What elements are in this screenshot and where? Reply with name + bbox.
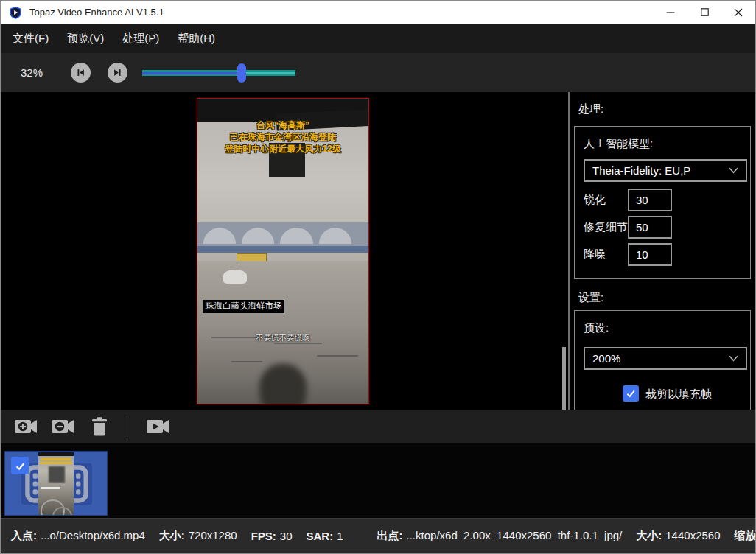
crop-to-fill-checkbox[interactable]	[623, 385, 639, 402]
timeline-slider[interactable]	[142, 53, 295, 92]
close-button[interactable]	[721, 1, 755, 24]
status-out-point: 出点:...ktop/x6d_2.00x_1440x2560_thf-1.0.1…	[377, 529, 623, 543]
preset-label: 预设:	[584, 321, 609, 335]
video-bridge	[197, 222, 368, 248]
menu-file[interactable]: 文件(F)	[11, 29, 50, 48]
clip-toolbar	[1, 410, 755, 443]
delete-video-button[interactable]	[88, 416, 111, 438]
preview-workspace: 台风“海高斯” 已在珠海市金湾区沿海登陆 登陆时中心附近最大风力12级 珠海白藤…	[1, 92, 755, 410]
menu-help[interactable]: 帮助(H)	[176, 29, 217, 48]
close-icon	[734, 8, 743, 17]
menu-preview[interactable]: 预览(V)	[66, 29, 105, 48]
process-video-icon	[145, 416, 170, 437]
menu-process[interactable]: 处理(P)	[121, 29, 161, 48]
check-icon	[625, 388, 637, 399]
settings-panel: 处理: 人工智能模型: Theia-Fidelity: EU,P 锐化 修复细节…	[570, 92, 756, 410]
preset-value: 200%	[592, 352, 620, 365]
restore-detail-label: 修复细节	[584, 220, 628, 234]
thumbnail-checkbox[interactable]	[11, 457, 29, 474]
ai-model-dropdown[interactable]: Theia-Fidelity: EU,P	[584, 159, 747, 182]
add-video-button[interactable]	[13, 416, 39, 438]
chevron-down-icon	[729, 355, 738, 362]
video-overlay-title: 台风“海高斯” 已在珠海市金湾区沿海登陆 登陆时中心附近最大风力12级	[197, 119, 368, 155]
maximize-button[interactable]	[687, 1, 721, 24]
video-subtitle: 不要慌不要慌啊	[197, 333, 368, 343]
video-location-label: 珠海白藤头海鲜市场	[203, 300, 285, 313]
status-out-size: 大小:1440x2560	[636, 529, 720, 543]
status-sar: SAR:1	[307, 530, 343, 542]
timeline-remaining	[242, 72, 295, 74]
ai-model-label: 人工智能模型:	[584, 137, 653, 151]
settings-heading: 设置:	[578, 291, 603, 305]
timeline-handle[interactable]	[237, 63, 246, 83]
status-in-point: 入点:...o/Desktop/x6d.mp4	[11, 529, 145, 543]
window-title: Topaz Video Enhance AI V1.5.1	[29, 7, 164, 18]
menu-bar: 文件(F) 预览(V) 处理(P) 帮助(H)	[1, 24, 755, 53]
minimize-icon	[666, 8, 675, 17]
app-logo-icon	[9, 6, 22, 19]
remove-video-button[interactable]	[49, 416, 76, 438]
playback-toolbar: 32% / 357 [ : ]	[1, 53, 755, 92]
chevron-down-icon	[729, 167, 738, 174]
status-scale: 缩放:200%	[735, 529, 756, 543]
ai-model-value: Theia-Fidelity: EU,P	[592, 164, 690, 177]
maximize-icon	[701, 8, 709, 16]
thumbnail-strip	[1, 443, 755, 518]
zoom-level-label: 32%	[21, 53, 43, 92]
crop-to-fill-label: 裁剪以填充帧	[645, 388, 712, 402]
ai-model-group: 人工智能模型: Theia-Fidelity: EU,P 锐化 修复细节 降噪	[574, 126, 751, 279]
skip-to-start-button[interactable]	[71, 63, 91, 83]
thumbnail-frame	[38, 452, 74, 516]
add-video-icon	[13, 416, 38, 437]
status-bar: 入点:...o/Desktop/x6d.mp4 大小:720x1280 FPS:…	[1, 518, 755, 553]
preset-dropdown[interactable]: 200%	[584, 347, 747, 370]
skip-to-end-button[interactable]	[108, 63, 127, 83]
sharpen-label: 锐化	[584, 193, 606, 207]
status-fps: FPS:30	[251, 530, 293, 542]
remove-video-icon	[50, 416, 75, 437]
video-car	[223, 270, 247, 284]
trash-icon	[91, 416, 108, 437]
process-heading: 处理:	[578, 102, 603, 116]
timeline-progress	[142, 72, 242, 74]
restore-detail-input[interactable]	[628, 216, 672, 239]
status-in-size: 大小:720x1280	[159, 529, 237, 543]
title-bar[interactable]: Topaz Video Enhance AI V1.5.1	[1, 1, 755, 24]
minimize-button[interactable]	[654, 1, 687, 24]
skip-start-icon	[75, 67, 86, 78]
app-window: Topaz Video Enhance AI V1.5.1 文件(F) 预览(V…	[0, 0, 756, 554]
denoise-input[interactable]	[628, 243, 672, 266]
panel-scrollbar-thumb[interactable]	[562, 347, 566, 410]
check-icon	[14, 460, 27, 472]
video-thumbnail-tile[interactable]	[4, 451, 108, 516]
process-video-button[interactable]	[144, 416, 171, 438]
sharpen-input[interactable]	[628, 189, 672, 211]
video-preview[interactable]: 台风“海高斯” 已在珠海市金湾区沿海登陆 登陆时中心附近最大风力12级 珠海白藤…	[197, 98, 369, 404]
preset-group: 预设: 200% 裁剪以填充帧	[574, 310, 751, 410]
denoise-label: 降噪	[584, 248, 606, 262]
skip-end-icon	[112, 67, 123, 78]
video-debris	[259, 364, 307, 404]
clipbar-separator	[127, 416, 127, 437]
